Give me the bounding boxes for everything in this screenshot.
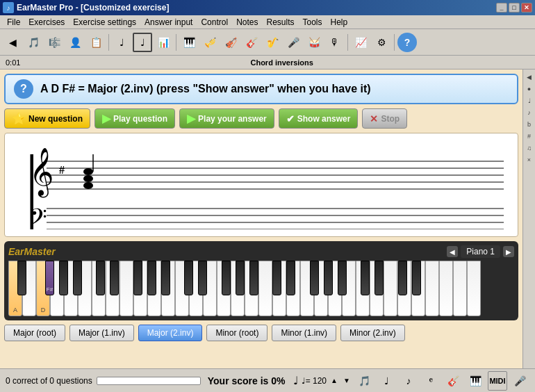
toolbar-icon-6[interactable]: ♩ xyxy=(133,33,152,52)
white-key-B4[interactable] xyxy=(106,261,120,316)
white-key-D7[interactable] xyxy=(328,261,342,316)
menu-exercises[interactable]: Exercises xyxy=(24,16,69,28)
answer-minor-1inv[interactable]: Minor (1.inv) xyxy=(272,325,336,341)
white-key-E5[interactable] xyxy=(147,261,161,316)
toolbar-icon-14[interactable]: 🥁 xyxy=(304,33,324,52)
white-key-C8[interactable] xyxy=(411,261,425,316)
toolbar-icon-7[interactable]: 📊 xyxy=(154,33,173,52)
tempo-up-btn[interactable]: ▲ xyxy=(329,376,339,386)
white-key-E7[interactable] xyxy=(342,261,356,316)
toolbar-icon-4[interactable]: 📋 xyxy=(86,33,106,52)
white-key-C6[interactable] xyxy=(217,261,231,316)
sidebar-btn-1[interactable]: ◀ xyxy=(525,72,534,82)
white-key-A5[interactable] xyxy=(189,261,203,316)
white-key-D6[interactable] xyxy=(231,261,245,316)
sidebar-btn-6[interactable]: # xyxy=(525,131,534,141)
answer-major-root[interactable]: Major (root) xyxy=(4,325,65,341)
toolbar-help-icon[interactable]: ? xyxy=(397,33,417,52)
white-key-G4[interactable] xyxy=(78,261,92,316)
right-sidebar: ◀ ● ♩ ♪ b # ♫ × xyxy=(522,70,535,392)
play-answer-button[interactable]: ▶ Play your answer xyxy=(179,108,274,129)
white-key-B6[interactable] xyxy=(300,261,314,316)
answer-major-1inv[interactable]: Major (1.inv) xyxy=(69,325,134,341)
toolbar-back-icon[interactable]: ◀ xyxy=(3,33,22,52)
question-text: A D F# = Major (2.inv) (press "Show answ… xyxy=(40,83,371,95)
piano-prev-button[interactable]: ◀ xyxy=(447,246,458,257)
white-key-F4[interactable] xyxy=(64,261,78,316)
toolbar-icon-11[interactable]: 🎸 xyxy=(242,33,261,52)
white-key-B3[interactable] xyxy=(22,261,36,316)
note-icon-1[interactable]: ♩ xyxy=(377,371,396,391)
maximize-button[interactable]: □ xyxy=(509,3,520,13)
answer-major-2inv[interactable]: Major (2.inv) xyxy=(138,325,203,341)
white-key-E4[interactable] xyxy=(50,261,64,316)
white-key-F8[interactable] xyxy=(453,261,467,316)
sidebar-btn-4[interactable]: ♪ xyxy=(525,108,534,117)
white-key-G8[interactable] xyxy=(467,261,481,316)
toolbar-settings-icon[interactable]: ⚙ xyxy=(372,33,391,52)
new-question-button[interactable]: ⭐ New question xyxy=(4,108,90,129)
white-key-A3[interactable]: A xyxy=(8,261,22,316)
white-key-E8[interactable] xyxy=(439,261,453,316)
menu-help[interactable]: Help xyxy=(327,16,352,28)
toolbar-stats-icon[interactable]: 📈 xyxy=(351,33,370,52)
menu-exercise-settings[interactable]: Exercise settings xyxy=(69,16,140,28)
toolbar-icon-5[interactable]: ♩ xyxy=(112,33,131,52)
sidebar-btn-3[interactable]: ♩ xyxy=(525,96,534,106)
play-question-button[interactable]: ▶ Play question xyxy=(94,108,175,129)
white-key-C5[interactable] xyxy=(120,261,133,316)
toolbar-icon-12[interactable]: 🎷 xyxy=(263,33,282,52)
white-key-B5[interactable] xyxy=(203,261,217,316)
toolbar-icon-15[interactable]: 🎙 xyxy=(325,33,345,52)
white-key-D8[interactable] xyxy=(425,261,439,316)
toolbar-icon-13[interactable]: 🎤 xyxy=(283,33,303,52)
menu-tools[interactable]: Tools xyxy=(299,16,327,28)
time-sig-icon[interactable]: 𝄴 xyxy=(421,371,441,391)
toolbar-icon-10[interactable]: 🎻 xyxy=(221,33,240,52)
stop-button[interactable]: ✕ Stop xyxy=(362,108,407,129)
white-key-F7[interactable] xyxy=(356,261,370,316)
show-answer-button[interactable]: ✔ Show answer xyxy=(279,108,359,129)
sidebar-btn-7[interactable]: ♫ xyxy=(525,143,534,153)
white-key-B7[interactable] xyxy=(397,261,411,316)
white-key-A7[interactable] xyxy=(384,261,397,316)
toolbar-icon-3[interactable]: 👤 xyxy=(65,33,85,52)
piano-selector: ◀ Piano 1 ▶ xyxy=(447,245,514,258)
minimize-button[interactable]: _ xyxy=(496,3,507,13)
midi-icon[interactable]: MIDI xyxy=(488,371,507,391)
tempo-down-btn[interactable]: ▼ xyxy=(342,376,352,386)
toolbar-icon-9[interactable]: 🎺 xyxy=(200,33,220,52)
menu-control[interactable]: Control xyxy=(197,16,232,28)
note-icon-2[interactable]: ♪ xyxy=(399,371,418,391)
window-title: EarMaster Pro - [Customized exercise] xyxy=(17,3,169,13)
sidebar-btn-2[interactable]: ● xyxy=(525,84,534,94)
sidebar-btn-8[interactable]: × xyxy=(525,155,534,165)
menu-answer-input[interactable]: Answer input xyxy=(140,16,197,28)
sidebar-btn-5[interactable]: b xyxy=(525,120,534,129)
white-key-D5[interactable] xyxy=(133,261,147,316)
toolbar-icon-8[interactable]: 🎹 xyxy=(179,33,199,52)
piano-icon-bottom[interactable]: 🎹 xyxy=(466,371,485,391)
piano-next-button[interactable]: ▶ xyxy=(503,246,514,257)
white-key-D4[interactable]: D xyxy=(36,261,50,316)
answer-minor-root[interactable]: Minor (root) xyxy=(206,325,268,341)
white-key-G5[interactable] xyxy=(175,261,189,316)
white-key-F5[interactable] xyxy=(161,261,175,316)
white-key-G6[interactable] xyxy=(272,261,286,316)
white-key-C7[interactable] xyxy=(314,261,328,316)
close-button[interactable]: ✕ xyxy=(521,3,532,13)
white-key-A4[interactable] xyxy=(92,261,106,316)
answer-minor-2inv[interactable]: Minor (2.inv) xyxy=(340,325,405,341)
toolbar-icon-2[interactable]: 🎼 xyxy=(44,33,64,52)
guitar-icon[interactable]: 🎸 xyxy=(443,371,463,391)
menu-file[interactable]: File xyxy=(3,16,24,28)
menu-results[interactable]: Results xyxy=(262,16,298,28)
menu-notes[interactable]: Notes xyxy=(232,16,262,28)
white-key-E6[interactable] xyxy=(245,261,258,316)
metronome-icon[interactable]: 🎵 xyxy=(354,371,374,391)
white-key-F6[interactable] xyxy=(258,261,272,316)
toolbar-icon-1[interactable]: 🎵 xyxy=(24,33,43,52)
mic-icon[interactable]: 🎤 xyxy=(510,371,529,391)
white-key-G7[interactable] xyxy=(370,261,384,316)
white-key-A6[interactable] xyxy=(286,261,300,316)
